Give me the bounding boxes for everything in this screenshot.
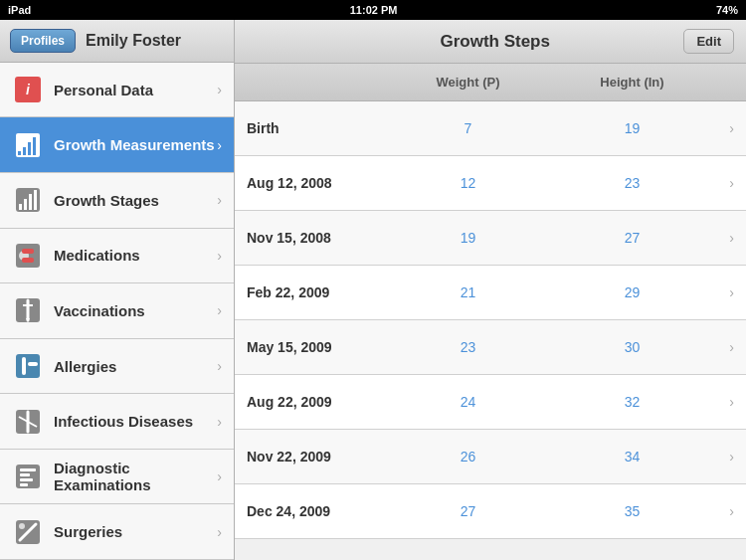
svg-rect-20: [28, 362, 38, 366]
row-date: Dec 24, 2009: [247, 503, 386, 519]
infectious-diseases-icon: [12, 406, 44, 438]
sidebar-label-growth-measurements: Growth Measurements: [54, 136, 217, 153]
table-body: Birth 7 19 › Aug 12, 2008 12 23 › Nov 15…: [235, 101, 746, 539]
status-bar: iPad 11:02 PM 74%: [0, 0, 746, 20]
svg-point-31: [19, 523, 25, 529]
svg-rect-1: [18, 151, 21, 155]
table-header: Weight (P) Height (In): [235, 64, 746, 101]
sidebar-item-allergies[interactable]: Allergies ›: [0, 339, 234, 395]
row-date: Aug 12, 2008: [247, 175, 386, 191]
svg-rect-13: [22, 258, 34, 263]
svg-rect-25: [20, 468, 36, 471]
sidebar-label-vaccinations: Vaccinations: [54, 302, 217, 319]
main-header: Growth Steps Edit: [235, 20, 746, 64]
allergies-icon: [12, 350, 44, 382]
chevron-icon: ›: [217, 468, 222, 484]
row-date: May 15, 2009: [247, 339, 386, 355]
row-arrow-icon: ›: [714, 120, 734, 136]
row-arrow-icon: ›: [714, 394, 734, 410]
svg-rect-27: [20, 478, 33, 481]
sidebar-label-medications: Medications: [54, 247, 217, 264]
chevron-icon: ›: [217, 414, 222, 430]
sidebar-label-surgeries: Surgeries: [54, 523, 217, 540]
row-height: 30: [550, 339, 714, 355]
sidebar-item-diagnostic-examinations[interactable]: Diagnostic Examinations ›: [0, 450, 234, 505]
profiles-button[interactable]: Profiles: [10, 29, 76, 53]
row-weight: 26: [386, 449, 550, 465]
row-height: 23: [550, 175, 714, 191]
row-arrow-icon: ›: [714, 175, 734, 191]
chevron-icon: ›: [217, 302, 222, 318]
chevron-icon: ›: [217, 137, 222, 153]
table-row[interactable]: Dec 24, 2009 27 35 ›: [235, 484, 746, 539]
sidebar-item-personal-data[interactable]: i Personal Data ›: [0, 63, 234, 118]
row-weight: 23: [386, 339, 550, 355]
table-row[interactable]: Aug 22, 2009 24 32 ›: [235, 375, 746, 430]
row-weight: 21: [386, 284, 550, 300]
sidebar-item-growth-stages[interactable]: Growth Stages ›: [0, 173, 234, 229]
medications-icon: [12, 240, 44, 272]
app-container: Profiles Emily Foster i Personal Data ›: [0, 20, 746, 560]
row-date: Aug 22, 2009: [247, 394, 386, 410]
patient-name: Emily Foster: [86, 32, 181, 50]
svg-rect-3: [28, 142, 31, 155]
row-arrow-icon: ›: [714, 503, 734, 519]
row-height: 29: [550, 284, 714, 300]
sidebar-header: Profiles Emily Foster: [0, 20, 234, 63]
svg-rect-26: [20, 473, 30, 476]
sidebar-label-allergies: Allergies: [54, 358, 217, 375]
row-arrow-icon: ›: [714, 230, 734, 246]
sidebar-item-medications[interactable]: Medications ›: [0, 229, 234, 284]
sidebar-label-diagnostic-examinations: Diagnostic Examinations: [54, 460, 217, 493]
row-height: 27: [550, 230, 714, 246]
row-arrow-icon: ›: [714, 284, 734, 300]
svg-rect-8: [29, 194, 32, 210]
table-row[interactable]: Nov 22, 2009 26 34 ›: [235, 430, 746, 484]
row-date: Nov 22, 2009: [247, 449, 386, 465]
table-row[interactable]: Aug 12, 2008 12 23 ›: [235, 156, 746, 211]
chevron-icon: ›: [217, 248, 222, 264]
diagnostic-examinations-icon: [12, 461, 44, 492]
svg-rect-18: [16, 354, 40, 378]
chevron-icon: ›: [217, 82, 222, 97]
chevron-icon: ›: [217, 358, 222, 374]
status-device: iPad: [8, 4, 31, 16]
sidebar-item-growth-measurements[interactable]: Growth Measurements ›: [0, 117, 234, 173]
sidebar-item-vaccinations[interactable]: Vaccinations ›: [0, 283, 234, 339]
row-height: 34: [550, 449, 714, 465]
svg-rect-2: [23, 147, 26, 155]
svg-rect-9: [34, 190, 37, 210]
table-row[interactable]: Nov 15, 2008 19 27 ›: [235, 211, 746, 266]
table-row[interactable]: May 15, 2009 23 30 ›: [235, 320, 746, 375]
personal-data-icon: i: [12, 74, 44, 105]
row-arrow-icon: ›: [714, 449, 734, 465]
table-container: Weight (P) Height (In) Birth 7 19 › Aug …: [235, 64, 746, 560]
sidebar: Profiles Emily Foster i Personal Data ›: [0, 20, 235, 560]
row-arrow-icon: ›: [714, 339, 734, 355]
sidebar-label-growth-stages: Growth Stages: [54, 192, 217, 209]
sidebar-label-infectious-diseases: Infectious Diseases: [54, 413, 217, 430]
col-header-weight: Weight (P): [386, 75, 550, 90]
col-header-height: Height (In): [550, 75, 714, 90]
surgeries-icon: [12, 516, 44, 548]
row-weight: 27: [386, 503, 550, 519]
row-weight: 19: [386, 230, 550, 246]
svg-rect-28: [20, 483, 28, 486]
main-content: Growth Steps Edit Weight (P) Height (In)…: [235, 20, 746, 560]
svg-rect-4: [33, 137, 36, 155]
sidebar-item-surgeries[interactable]: Surgeries ›: [0, 504, 234, 560]
row-weight: 12: [386, 175, 550, 191]
growth-measurements-icon: [12, 129, 44, 161]
chevron-icon: ›: [217, 192, 222, 208]
svg-rect-6: [19, 204, 22, 210]
table-row[interactable]: Feb 22, 2009 21 29 ›: [235, 266, 746, 320]
main-title: Growth Steps: [306, 32, 683, 52]
svg-rect-12: [22, 249, 34, 254]
row-height: 32: [550, 394, 714, 410]
table-row[interactable]: Birth 7 19 ›: [235, 101, 746, 156]
row-date: Birth: [247, 120, 386, 136]
growth-stages-icon: [12, 184, 44, 216]
sidebar-item-infectious-diseases[interactable]: Infectious Diseases ›: [0, 394, 234, 450]
edit-button[interactable]: Edit: [683, 29, 734, 54]
svg-rect-7: [24, 199, 27, 210]
